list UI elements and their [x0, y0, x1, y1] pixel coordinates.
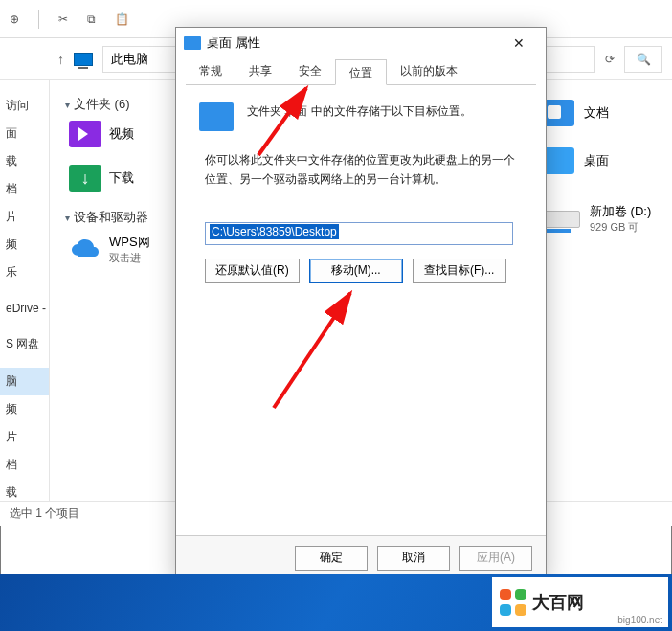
folder-downloads[interactable]: 下载 — [65, 161, 138, 195]
sidebar-item[interactable]: 乐 — [0, 259, 49, 286]
sidebar-item[interactable]: eDrive - Pers — [0, 296, 49, 321]
sidebar-item[interactable]: 面 — [0, 120, 49, 147]
restore-default-button[interactable]: 还原默认值(R) — [205, 259, 300, 283]
sidebar-item[interactable]: 载 — [0, 147, 49, 175]
documents-folder-icon — [542, 100, 574, 126]
folder-desktop[interactable]: 桌面 — [542, 147, 657, 174]
cancel-button[interactable]: 取消 — [377, 546, 450, 571]
path-value: C:\Users\83859\Desktop — [210, 224, 339, 239]
location-info: 文件夹 桌面 中的文件存储于以下目标位置。 — [247, 102, 472, 121]
sidebar-item[interactable]: 访问 — [0, 92, 49, 120]
desktop-folder-icon — [542, 147, 574, 174]
watermark-logo-icon — [500, 589, 526, 616]
drive-icon — [542, 211, 580, 228]
ok-button[interactable]: 确定 — [295, 546, 368, 571]
dialog-titlebar[interactable]: 桌面 属性 ✕ — [176, 28, 546, 58]
tab-sharing[interactable]: 共享 — [235, 58, 285, 84]
sidebar-item[interactable]: S 网盘 — [0, 330, 49, 358]
close-icon[interactable]: ✕ — [500, 35, 538, 51]
up-icon[interactable]: ↑ — [57, 52, 64, 67]
group-folders-label: 文件夹 (6) — [74, 96, 130, 113]
folder-documents[interactable]: 文档 — [542, 100, 657, 126]
dialog-title: 桌面 属性 — [207, 34, 260, 52]
move-button[interactable]: 移动(M)... — [309, 259, 403, 283]
folder-icon — [184, 36, 201, 50]
watermark: 大百网 big100.net — [492, 577, 668, 627]
desktop-folder-icon — [199, 102, 234, 131]
tab-location[interactable]: 位置 — [335, 59, 387, 85]
pc-icon — [74, 53, 93, 66]
sidebar-item-thispc[interactable]: 脑 — [0, 368, 49, 395]
drive-label: 新加卷 (D:) — [590, 203, 651, 220]
sidebar-item[interactable]: 片 — [0, 423, 49, 451]
drive-d[interactable]: 新加卷 (D:) 929 GB 可 — [542, 203, 657, 235]
apply-button[interactable]: 应用(A) — [459, 546, 532, 571]
folder-label: 文档 — [584, 104, 609, 122]
folder-video[interactable]: 视频 — [65, 117, 138, 151]
copy-icon[interactable]: ⧉ — [87, 12, 96, 26]
chevron-down-icon: ▾ — [65, 213, 70, 223]
folder-label: 桌面 — [584, 152, 609, 169]
statusbar-text: 选中 1 个项目 — [10, 506, 79, 522]
sidebar-item[interactable]: 频 — [0, 395, 49, 423]
chevron-down-icon: ▾ — [65, 100, 70, 110]
drive-label: WPS网 — [109, 234, 150, 251]
drive-wps[interactable]: WPS网 双击进 — [65, 230, 154, 269]
breadcrumb-text: 此电脑 — [111, 51, 148, 68]
sidebar: 访问 面 载 档 片 频 乐 eDrive - Pers S 网盘 脑 频 片 … — [0, 80, 50, 501]
cut-icon[interactable]: ✂ — [58, 12, 68, 26]
search-input[interactable]: 🔍 — [624, 46, 662, 73]
drive-sublabel: 双击进 — [109, 251, 150, 265]
location-description: 你可以将此文件夹中文件存储的位置更改为此硬盘上的另一个 位置、另一个驱动器或网络… — [205, 150, 523, 190]
sidebar-item[interactable]: 载 — [0, 479, 49, 501]
properties-dialog: 桌面 属性 ✕ 常规 共享 安全 位置 以前的版本 文件夹 桌面 中的文件存储于… — [175, 27, 547, 580]
separator — [38, 10, 39, 29]
watermark-url: big100.net — [617, 615, 662, 625]
video-folder-icon — [69, 121, 101, 147]
path-input[interactable]: C:\Users\83859\Desktop — [205, 222, 513, 245]
folder-label: 下载 — [109, 169, 134, 187]
sidebar-item[interactable]: 片 — [0, 203, 49, 231]
tab-security[interactable]: 安全 — [285, 58, 335, 84]
drive-sublabel: 929 GB 可 — [590, 220, 651, 235]
new-icon[interactable]: ⊕ — [10, 12, 19, 26]
sidebar-item[interactable]: 频 — [0, 231, 49, 259]
watermark-text: 大百网 — [532, 591, 584, 614]
refresh-icon[interactable]: ⟳ — [605, 53, 615, 66]
cloud-icon — [69, 237, 101, 263]
find-target-button[interactable]: 查找目标(F)... — [413, 259, 506, 283]
sidebar-item[interactable]: 档 — [0, 451, 49, 479]
sidebar-item[interactable]: 档 — [0, 175, 49, 203]
download-folder-icon — [69, 165, 101, 192]
folder-label: 视频 — [109, 125, 134, 143]
group-devices-label: 设备和驱动器 — [74, 209, 148, 226]
tab-general[interactable]: 常规 — [186, 58, 235, 84]
paste-icon[interactable]: 📋 — [115, 12, 129, 26]
tab-previous[interactable]: 以前的版本 — [387, 58, 471, 84]
tabs: 常规 共享 安全 位置 以前的版本 — [186, 58, 536, 85]
